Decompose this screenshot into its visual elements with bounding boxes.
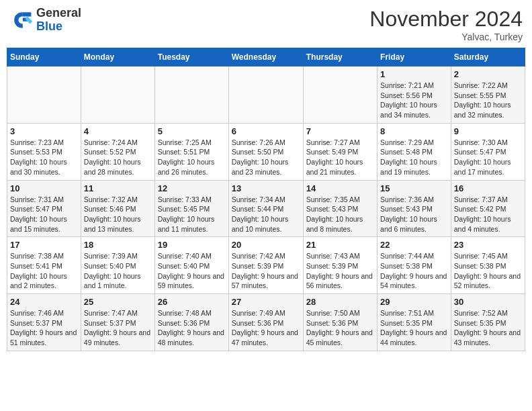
calendar-cell: 24Sunrise: 7:46 AMSunset: 5:37 PMDayligh… — [7, 294, 81, 351]
calendar-header-row: SundayMondayTuesdayWednesdayThursdayFrid… — [7, 48, 525, 66]
calendar-cell: 30Sunrise: 7:52 AMSunset: 5:35 PMDayligh… — [451, 294, 525, 351]
day-info: Sunrise: 7:26 AMSunset: 5:50 PMDaylight:… — [232, 138, 300, 177]
calendar-cell — [228, 66, 303, 124]
calendar-cell: 17Sunrise: 7:38 AMSunset: 5:41 PMDayligh… — [7, 237, 81, 294]
weekday-header-saturday: Saturday — [451, 48, 525, 66]
calendar-table: SundayMondayTuesdayWednesdayThursdayFrid… — [7, 48, 525, 351]
day-info: Sunrise: 7:30 AMSunset: 5:47 PMDaylight:… — [454, 138, 522, 177]
day-number: 2 — [454, 69, 522, 79]
day-info: Sunrise: 7:34 AMSunset: 5:44 PMDaylight:… — [232, 195, 300, 234]
day-info: Sunrise: 7:22 AMSunset: 5:55 PMDaylight:… — [454, 81, 522, 120]
day-info: Sunrise: 7:46 AMSunset: 5:37 PMDaylight:… — [10, 308, 78, 348]
day-info: Sunrise: 7:29 AMSunset: 5:48 PMDaylight:… — [380, 138, 448, 177]
calendar-cell — [7, 66, 81, 124]
day-info: Sunrise: 7:32 AMSunset: 5:46 PMDaylight:… — [84, 195, 152, 234]
calendar-cell: 28Sunrise: 7:50 AMSunset: 5:36 PMDayligh… — [303, 294, 377, 351]
calendar-cell: 4Sunrise: 7:24 AMSunset: 5:52 PMDaylight… — [81, 123, 154, 180]
calendar-cell: 7Sunrise: 7:27 AMSunset: 5:49 PMDaylight… — [303, 123, 377, 180]
day-number: 16 — [454, 183, 522, 193]
day-info: Sunrise: 7:36 AMSunset: 5:43 PMDaylight:… — [380, 195, 448, 234]
page-header: General Blue November 2024 Yalvac, Turke… — [7, 7, 525, 42]
day-number: 20 — [232, 240, 300, 250]
day-number: 12 — [158, 183, 226, 193]
day-info: Sunrise: 7:48 AMSunset: 5:36 PMDaylight:… — [158, 308, 226, 348]
day-number: 11 — [84, 183, 152, 193]
day-info: Sunrise: 7:25 AMSunset: 5:51 PMDaylight:… — [158, 138, 226, 177]
weekday-header-thursday: Thursday — [303, 48, 377, 66]
day-number: 13 — [232, 183, 300, 193]
calendar-cell: 8Sunrise: 7:29 AMSunset: 5:48 PMDaylight… — [378, 123, 451, 180]
day-info: Sunrise: 7:21 AMSunset: 5:56 PMDaylight:… — [380, 81, 448, 120]
calendar-cell: 6Sunrise: 7:26 AMSunset: 5:50 PMDaylight… — [228, 123, 303, 180]
day-info: Sunrise: 7:39 AMSunset: 5:40 PMDaylight:… — [84, 251, 152, 291]
day-number: 15 — [380, 183, 448, 193]
calendar-cell: 29Sunrise: 7:51 AMSunset: 5:35 PMDayligh… — [378, 294, 451, 351]
weekday-header-tuesday: Tuesday — [154, 48, 228, 66]
day-info: Sunrise: 7:27 AMSunset: 5:49 PMDaylight:… — [306, 138, 374, 177]
day-number: 6 — [232, 126, 300, 136]
day-info: Sunrise: 7:24 AMSunset: 5:52 PMDaylight:… — [84, 138, 152, 177]
calendar-cell: 18Sunrise: 7:39 AMSunset: 5:40 PMDayligh… — [81, 237, 154, 294]
weekday-header-friday: Friday — [378, 48, 451, 66]
calendar-cell: 27Sunrise: 7:49 AMSunset: 5:36 PMDayligh… — [228, 294, 303, 351]
calendar-cell: 20Sunrise: 7:42 AMSunset: 5:39 PMDayligh… — [228, 237, 303, 294]
day-info: Sunrise: 7:47 AMSunset: 5:37 PMDaylight:… — [84, 308, 152, 348]
day-info: Sunrise: 7:33 AMSunset: 5:45 PMDaylight:… — [158, 195, 226, 234]
day-info: Sunrise: 7:37 AMSunset: 5:42 PMDaylight:… — [454, 195, 522, 234]
logo-icon — [9, 8, 34, 32]
calendar-week-row: 17Sunrise: 7:38 AMSunset: 5:41 PMDayligh… — [7, 237, 525, 294]
logo: General Blue — [9, 7, 81, 34]
calendar-cell: 25Sunrise: 7:47 AMSunset: 5:37 PMDayligh… — [81, 294, 154, 351]
logo-general-text: General — [36, 6, 81, 19]
calendar-cell: 15Sunrise: 7:36 AMSunset: 5:43 PMDayligh… — [378, 180, 451, 237]
day-number: 25 — [84, 297, 152, 307]
day-info: Sunrise: 7:40 AMSunset: 5:40 PMDaylight:… — [158, 251, 226, 291]
logo-blue-text: Blue — [36, 19, 62, 33]
day-number: 1 — [380, 69, 448, 79]
day-info: Sunrise: 7:44 AMSunset: 5:38 PMDaylight:… — [380, 251, 448, 291]
day-info: Sunrise: 7:35 AMSunset: 5:43 PMDaylight:… — [306, 195, 374, 234]
calendar-cell: 5Sunrise: 7:25 AMSunset: 5:51 PMDaylight… — [154, 123, 228, 180]
weekday-header-monday: Monday — [81, 48, 154, 66]
weekday-header-sunday: Sunday — [7, 48, 81, 66]
calendar-cell: 3Sunrise: 7:23 AMSunset: 5:53 PMDaylight… — [7, 123, 81, 180]
day-info: Sunrise: 7:45 AMSunset: 5:38 PMDaylight:… — [454, 251, 522, 291]
calendar-cell: 11Sunrise: 7:32 AMSunset: 5:46 PMDayligh… — [81, 180, 154, 237]
location: Yalvac, Turkey — [369, 32, 523, 42]
calendar-cell — [303, 66, 377, 124]
day-info: Sunrise: 7:50 AMSunset: 5:36 PMDaylight:… — [306, 308, 374, 348]
day-number: 24 — [10, 297, 78, 307]
day-number: 22 — [380, 240, 448, 250]
day-number: 28 — [306, 297, 374, 307]
calendar-week-row: 3Sunrise: 7:23 AMSunset: 5:53 PMDaylight… — [7, 123, 525, 180]
day-number: 30 — [454, 297, 522, 307]
day-number: 14 — [306, 183, 374, 193]
calendar-cell: 1Sunrise: 7:21 AMSunset: 5:56 PMDaylight… — [378, 66, 451, 124]
calendar-week-row: 10Sunrise: 7:31 AMSunset: 5:47 PMDayligh… — [7, 180, 525, 237]
calendar-cell: 22Sunrise: 7:44 AMSunset: 5:38 PMDayligh… — [378, 237, 451, 294]
day-number: 19 — [158, 240, 226, 250]
calendar-cell: 26Sunrise: 7:48 AMSunset: 5:36 PMDayligh… — [154, 294, 228, 351]
calendar-cell: 9Sunrise: 7:30 AMSunset: 5:47 PMDaylight… — [451, 123, 525, 180]
calendar-week-row: 24Sunrise: 7:46 AMSunset: 5:37 PMDayligh… — [7, 294, 525, 351]
day-number: 27 — [232, 297, 300, 307]
day-info: Sunrise: 7:52 AMSunset: 5:35 PMDaylight:… — [454, 308, 522, 348]
day-number: 26 — [158, 297, 226, 307]
day-number: 21 — [306, 240, 374, 250]
calendar-cell: 12Sunrise: 7:33 AMSunset: 5:45 PMDayligh… — [154, 180, 228, 237]
day-info: Sunrise: 7:23 AMSunset: 5:53 PMDaylight:… — [10, 138, 78, 177]
day-number: 9 — [454, 126, 522, 136]
day-info: Sunrise: 7:42 AMSunset: 5:39 PMDaylight:… — [232, 251, 300, 291]
calendar-cell — [154, 66, 228, 124]
calendar-week-row: 1Sunrise: 7:21 AMSunset: 5:56 PMDaylight… — [7, 66, 525, 124]
day-number: 17 — [10, 240, 78, 250]
day-info: Sunrise: 7:43 AMSunset: 5:39 PMDaylight:… — [306, 251, 374, 291]
calendar-cell: 23Sunrise: 7:45 AMSunset: 5:38 PMDayligh… — [451, 237, 525, 294]
title-block: November 2024 Yalvac, Turkey — [369, 7, 523, 42]
calendar-cell: 16Sunrise: 7:37 AMSunset: 5:42 PMDayligh… — [451, 180, 525, 237]
day-info: Sunrise: 7:49 AMSunset: 5:36 PMDaylight:… — [232, 308, 300, 348]
calendar-cell — [81, 66, 154, 124]
day-number: 29 — [380, 297, 448, 307]
calendar-cell: 21Sunrise: 7:43 AMSunset: 5:39 PMDayligh… — [303, 237, 377, 294]
day-number: 3 — [10, 126, 78, 136]
